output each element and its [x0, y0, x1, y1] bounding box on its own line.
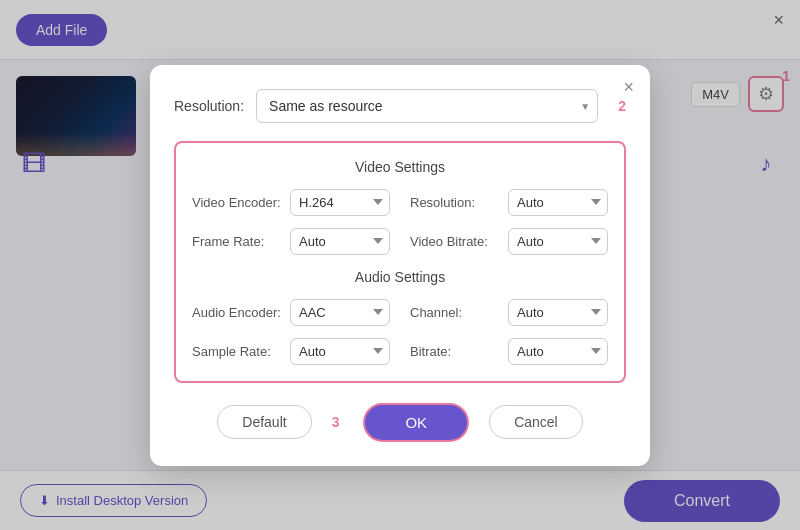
resolution-number-label: 2	[618, 98, 626, 114]
video-settings-grid: Video Encoder: H.264 Resolution: Auto Fr…	[192, 189, 608, 255]
modal-buttons: Default 3 OK Cancel	[174, 403, 626, 442]
video-bitrate-select[interactable]: Auto	[508, 228, 608, 255]
bitrate-row: Bitrate: Auto	[410, 338, 608, 365]
sample-rate-label: Sample Rate:	[192, 344, 282, 359]
ok-button[interactable]: OK	[363, 403, 469, 442]
channel-select[interactable]: Auto	[508, 299, 608, 326]
video-bitrate-label: Video Bitrate:	[410, 234, 500, 249]
audio-encoder-label: Audio Encoder:	[192, 305, 282, 320]
resolution-label: Resolution:	[174, 98, 244, 114]
audio-encoder-select[interactable]: AAC	[290, 299, 390, 326]
video-encoder-select[interactable]: H.264	[290, 189, 390, 216]
bitrate-select[interactable]: Auto	[508, 338, 608, 365]
channel-row: Channel: Auto	[410, 299, 608, 326]
resolution-setting-label: Resolution:	[410, 195, 500, 210]
bitrate-label: Bitrate:	[410, 344, 500, 359]
ok-number-label: 3	[332, 414, 340, 430]
audio-encoder-row: Audio Encoder: AAC	[192, 299, 390, 326]
resolution-select[interactable]: Same as resource	[256, 89, 598, 123]
frame-rate-label: Frame Rate:	[192, 234, 282, 249]
resolution-setting-row: Resolution: Auto	[410, 189, 608, 216]
settings-modal: × Resolution: Same as resource ▼ 2 Video…	[150, 65, 650, 466]
video-bitrate-row: Video Bitrate: Auto	[410, 228, 608, 255]
cancel-button[interactable]: Cancel	[489, 405, 583, 439]
settings-box: Video Settings Video Encoder: H.264 Reso…	[174, 141, 626, 383]
sample-rate-row: Sample Rate: Auto	[192, 338, 390, 365]
audio-settings-grid: Audio Encoder: AAC Channel: Auto Sample …	[192, 299, 608, 365]
video-settings-title: Video Settings	[192, 159, 608, 175]
sample-rate-select[interactable]: Auto	[290, 338, 390, 365]
frame-rate-row: Frame Rate: Auto	[192, 228, 390, 255]
resolution-setting-select[interactable]: Auto	[508, 189, 608, 216]
default-button[interactable]: Default	[217, 405, 311, 439]
modal-overlay: × Resolution: Same as resource ▼ 2 Video…	[0, 0, 800, 530]
modal-close-button[interactable]: ×	[623, 77, 634, 98]
resolution-select-wrap: Same as resource ▼	[256, 89, 598, 123]
frame-rate-select[interactable]: Auto	[290, 228, 390, 255]
audio-settings-title: Audio Settings	[192, 269, 608, 285]
video-encoder-label: Video Encoder:	[192, 195, 282, 210]
channel-label: Channel:	[410, 305, 500, 320]
audio-section: Audio Settings Audio Encoder: AAC Channe…	[192, 269, 608, 365]
resolution-row: Resolution: Same as resource ▼ 2	[174, 89, 626, 123]
video-encoder-row: Video Encoder: H.264	[192, 189, 390, 216]
